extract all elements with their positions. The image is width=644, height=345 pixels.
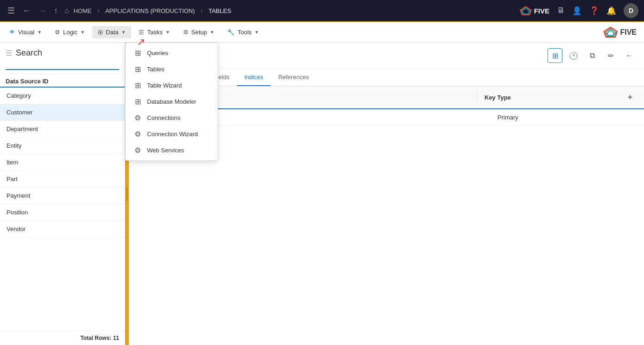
topnav-bell-icon[interactable]: 🔔	[606, 6, 616, 16]
data-dropdown: ⊞ Queries ⊞ Tables ⊞ Table Wizard ⊞ Data…	[125, 43, 218, 161]
forward-nav-icon[interactable]: →	[36, 4, 48, 18]
avatar[interactable]: D	[624, 3, 638, 18]
database-modeler-icon: ⊞	[133, 97, 142, 106]
tab-references[interactable]: References	[271, 69, 316, 86]
breadcrumb-sep2: ›	[200, 6, 203, 15]
dropdown-queries-label: Queries	[147, 50, 168, 56]
left-panel-footer: Total Rows: 11	[0, 331, 125, 345]
copy-button[interactable]: ⧉	[585, 48, 599, 63]
dropdown-web-services-label: Web Services	[147, 147, 184, 154]
hamburger-menu-icon[interactable]: ☰	[6, 4, 17, 18]
search-label: Search	[16, 48, 42, 58]
menu-logic-label: Logic	[63, 29, 77, 36]
logic-icon: ⚙	[55, 29, 60, 36]
dropdown-connections[interactable]: ⚙ Connections	[126, 110, 217, 126]
tasks-icon: ☰	[139, 29, 144, 36]
nav-right-actions: FIVE 🖥 👤 ❓ 🔔 D	[519, 3, 638, 18]
menu-data[interactable]: ⊞ Data ▼	[92, 26, 131, 38]
tasks-arrow: ▼	[166, 30, 170, 35]
add-index-button[interactable]: +	[624, 91, 637, 104]
menu-visual[interactable]: 👁 Visual ▼	[4, 26, 47, 38]
list-item-vendor[interactable]: Vendor	[0, 221, 125, 238]
tables-icon: ⊞	[133, 65, 142, 74]
col-key-type-header: Key Type	[485, 94, 624, 101]
menubar-logo-text: FIVE	[620, 28, 637, 37]
data-source-header: Data Source ID	[0, 74, 125, 88]
back-button[interactable]: ←	[622, 48, 637, 63]
dropdown-table-wizard[interactable]: ⊞ Table Wizard	[126, 77, 217, 94]
dropdown-connection-wizard[interactable]: ⚙ Connection Wizard	[126, 126, 217, 142]
data-list: Category Customer Department Entity Item…	[0, 88, 125, 331]
copy-icon: ⧉	[590, 51, 595, 60]
list-item-category[interactable]: Category	[0, 88, 125, 104]
dropdown-database-modeler[interactable]: ⊞ Database Modeler	[126, 94, 217, 110]
visual-arrow: ▼	[37, 30, 42, 35]
list-item-payment[interactable]: Payment	[0, 188, 125, 204]
key-type-value: Primary	[497, 114, 637, 121]
dropdown-database-modeler-label: Database Modeler	[147, 98, 196, 105]
up-nav-icon[interactable]: ↑	[52, 4, 60, 18]
menu-setup[interactable]: ⚙ Setup ▼	[178, 26, 220, 38]
edit-icon: ✏	[608, 51, 614, 60]
breadcrumb-applications[interactable]: APPLICATIONS (PRODUCTION)	[105, 7, 195, 14]
data-arrow: ▼	[121, 30, 126, 35]
dropdown-table-wizard-label: Table Wizard	[147, 82, 182, 89]
col-divider	[477, 93, 477, 102]
dropdown-web-services[interactable]: ⚙ Web Services	[126, 142, 217, 158]
back-icon: ←	[625, 51, 633, 60]
queries-icon: ⊞	[133, 49, 142, 57]
menu-logic[interactable]: ⚙ Logic ▼	[49, 26, 90, 38]
search-hamburger-icon: ☰	[6, 49, 12, 57]
search-input[interactable]	[6, 60, 119, 67]
five-logo: FIVE	[519, 6, 549, 16]
setup-icon: ⚙	[183, 29, 189, 36]
top-nav: ☰ ← → ↑ ⌂ HOME › APPLICATIONS (PRODUCTIO…	[0, 0, 644, 22]
logic-arrow: ▼	[80, 30, 85, 35]
tab-indices[interactable]: Indices	[237, 69, 271, 86]
menu-tasks-label: Tasks	[147, 29, 162, 36]
setup-arrow: ▼	[210, 30, 215, 35]
connection-wizard-icon: ⚙	[133, 130, 142, 138]
topnav-help-icon[interactable]: ❓	[589, 6, 599, 16]
history-button[interactable]: 🕐	[566, 48, 581, 63]
data-icon: ⊞	[98, 29, 103, 36]
dropdown-connection-wizard-label: Connection Wizard	[147, 131, 198, 138]
menu-visual-label: Visual	[18, 29, 34, 36]
search-area: ☰ Search	[0, 43, 125, 74]
list-item-part[interactable]: Part	[0, 171, 125, 188]
list-item-position[interactable]: Position	[0, 204, 125, 221]
main-layout: ☰ Search Data Source ID Category Custome…	[0, 43, 644, 345]
web-services-icon: ⚙	[133, 146, 142, 155]
menu-tools[interactable]: 🔧 Tools ▼	[222, 26, 264, 38]
grid-view-button[interactable]: ⊞	[548, 48, 562, 63]
search-input-wrapper	[6, 60, 119, 70]
right-header-actions: ⊞ 🕐 ⧉ ✏ ←	[548, 48, 637, 63]
clock-icon: 🕐	[569, 51, 578, 60]
menu-tools-label: Tools	[237, 29, 251, 36]
tools-arrow: ▼	[255, 30, 259, 35]
menu-bar: 👁 Visual ▼ ⚙ Logic ▼ ⊞ Data ▼ ☰ Tasks ▼ …	[0, 22, 644, 43]
connections-icon: ⚙	[133, 113, 142, 122]
dropdown-connections-label: Connections	[147, 114, 180, 121]
edit-button[interactable]: ✏	[603, 48, 618, 63]
visual-icon: 👁	[9, 29, 15, 36]
back-nav-icon[interactable]: ←	[20, 4, 32, 18]
dropdown-tables-label: Tables	[147, 66, 165, 73]
list-item-item[interactable]: Item	[0, 154, 125, 171]
breadcrumb-sep1: ›	[97, 6, 100, 15]
breadcrumb-tables[interactable]: TABLES	[209, 7, 231, 14]
menu-logo-area: FIVE	[603, 26, 640, 38]
tools-icon: 🔧	[227, 29, 235, 36]
grid-icon: ⊞	[552, 51, 558, 60]
menu-setup-label: Setup	[191, 29, 207, 36]
left-panel: ☰ Search Data Source ID Category Custome…	[0, 43, 125, 345]
dropdown-tables[interactable]: ⊞ Tables	[126, 61, 217, 77]
list-item-entity[interactable]: Entity	[0, 138, 125, 154]
topnav-monitor-icon[interactable]: 🖥	[557, 6, 565, 15]
menu-data-label: Data	[106, 29, 118, 36]
list-item-department[interactable]: Department	[0, 121, 125, 138]
breadcrumb-home[interactable]: HOME	[74, 7, 92, 14]
topnav-user-icon[interactable]: 👤	[572, 6, 582, 16]
list-item-customer[interactable]: Customer	[0, 104, 125, 121]
table-wizard-icon: ⊞	[133, 81, 142, 90]
